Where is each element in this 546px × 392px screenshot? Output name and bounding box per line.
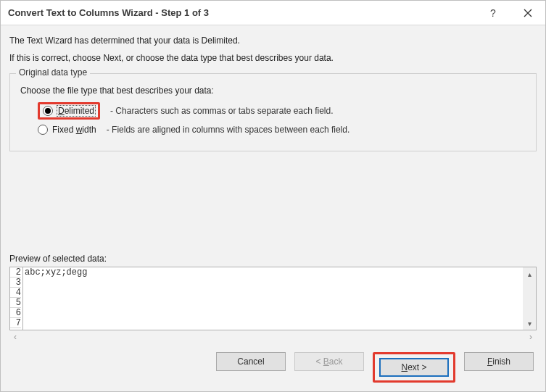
close-icon <box>524 9 532 17</box>
preview-label: Preview of selected data: <box>9 254 537 264</box>
button-row: Cancel < Back Next > Finish <box>9 343 537 385</box>
radio-fixed-width[interactable] <box>38 125 48 135</box>
row-number: 5 <box>10 298 21 308</box>
preview-row <box>25 298 523 308</box>
titlebar: Convert Text to Columns Wizard - Step 1 … <box>1 1 545 25</box>
preview-row-numbers: 2 3 4 5 6 7 <box>10 267 23 330</box>
row-number: 2 <box>10 267 21 278</box>
scroll-up-icon[interactable]: ▴ <box>523 267 536 280</box>
row-number: 7 <box>10 318 21 328</box>
preview-vertical-scrollbar[interactable]: ▴ ▾ <box>523 267 536 330</box>
intro-text-1: The Text Wizard has determined that your… <box>9 36 537 46</box>
scroll-down-icon[interactable]: ▾ <box>523 317 536 330</box>
cancel-button[interactable]: Cancel <box>216 352 286 371</box>
row-number: 6 <box>10 308 21 318</box>
radio-delimited[interactable] <box>43 106 53 116</box>
dialog-title: Convert Text to Columns Wizard - Step 1 … <box>8 7 476 18</box>
scroll-right-icon[interactable]: › <box>526 332 535 342</box>
radio-delimited-label-rest: elimited <box>65 106 94 116</box>
scroll-left-icon[interactable]: ‹ <box>11 332 20 342</box>
preview-row: abc;xyz;degg <box>25 267 523 278</box>
row-number: 3 <box>10 278 21 288</box>
row-number: 4 <box>10 288 21 298</box>
preview-horizontal-scrollbar[interactable]: ‹ › <box>9 330 537 343</box>
preview-row <box>25 308 523 318</box>
finish-button[interactable]: Finish <box>464 352 534 371</box>
radio-delimited-label[interactable]: Delimited <box>57 106 95 116</box>
preview-box: 2 3 4 5 6 7 abc;xyz;degg ▴ ▾ <box>9 267 537 330</box>
group-legend: Original data type <box>16 67 90 78</box>
preview-content: abc;xyz;degg <box>23 267 523 330</box>
preview-row <box>25 288 523 298</box>
original-data-type-group: Original data type Choose the file type … <box>9 73 537 151</box>
highlight-next: Next > <box>373 352 455 383</box>
radio-row-fixed: Fixed width - Fields are aligned in colu… <box>38 120 529 139</box>
wizard-dialog: Convert Text to Columns Wizard - Step 1 … <box>0 0 546 392</box>
radio-delimited-desc: - Characters such as commas or tabs sepa… <box>110 106 333 116</box>
next-button[interactable]: Next > <box>379 358 449 377</box>
highlight-delimited: Delimited <box>38 102 100 120</box>
radio-row-delimited: Delimited - Characters such as commas or… <box>38 101 529 120</box>
preview-row <box>25 278 523 288</box>
radio-fixed-width-desc: - Fields are aligned in columns with spa… <box>107 125 350 135</box>
preview-row <box>25 318 523 328</box>
close-button[interactable] <box>510 1 545 25</box>
back-button: < Back <box>294 352 364 371</box>
group-prompt: Choose the file type that best describes… <box>20 86 529 96</box>
help-button[interactable]: ? <box>476 1 510 25</box>
dialog-body: The Text Wizard has determined that your… <box>1 25 545 391</box>
radio-fixed-width-label[interactable]: Fixed width <box>52 125 96 135</box>
intro-text-2: If this is correct, choose Next, or choo… <box>9 53 537 63</box>
